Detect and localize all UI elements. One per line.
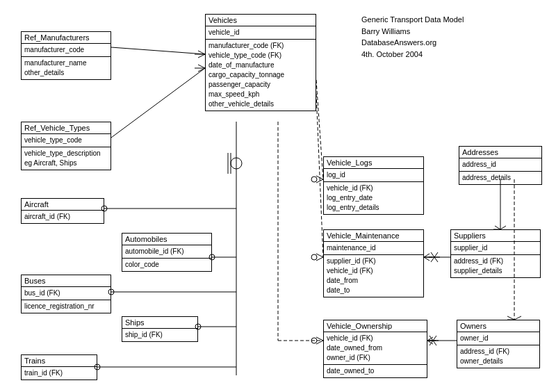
diagram-title: Generic Transport Data Model bbox=[361, 14, 464, 26]
field-owner-details: owner_details bbox=[460, 357, 537, 366]
field-bus-id: bus_id (FK) bbox=[24, 288, 108, 298]
field-manufacturer-code: manufacturer_code bbox=[24, 45, 108, 55]
field-log-vehicle-id: vehicle_id (FK) bbox=[327, 183, 420, 193]
entity-ref-manufacturers: Ref_Manufacturers manufacturer_code manu… bbox=[21, 31, 111, 80]
entity-title-vehicle-maintenance: Vehicle_Maintenance bbox=[324, 230, 423, 242]
svg-line-52 bbox=[431, 252, 438, 262]
entity-title-vehicles: Vehicles bbox=[206, 15, 316, 26]
field-passenger-capacity: passenger_capacity bbox=[208, 80, 313, 90]
field-ownership-date-owned-to: date_owned_to bbox=[327, 366, 424, 376]
entity-suppliers: Suppliers supplier_id address_id (FK) su… bbox=[450, 229, 541, 278]
field-other-details-mfr: other_details bbox=[24, 68, 108, 78]
entity-addresses: Addresses address_id address_details bbox=[459, 146, 542, 185]
svg-line-32 bbox=[316, 337, 323, 341]
svg-line-5 bbox=[198, 65, 205, 68]
entity-title-ships: Ships bbox=[122, 317, 197, 329]
field-licence-reg: licence_registration_nr bbox=[24, 302, 108, 311]
svg-line-48 bbox=[427, 337, 433, 341]
svg-point-19 bbox=[231, 158, 242, 169]
svg-line-55 bbox=[430, 336, 436, 345]
field-vehicle-id: vehicle_id bbox=[208, 28, 313, 38]
field-manufacturer-name: manufacturer_name bbox=[24, 58, 108, 68]
field-aircraft-id: aircraft_id (FK) bbox=[24, 212, 101, 222]
field-color-code: color_code bbox=[125, 260, 208, 270]
entity-aircraft: Aircraft aircraft_id (FK) bbox=[21, 198, 104, 224]
field-vehicle-type-code-fk: vehicle_type_code (FK) bbox=[208, 51, 313, 60]
field-maintenance-date-from: date_from bbox=[327, 276, 420, 286]
svg-line-26 bbox=[316, 94, 323, 257]
field-eg-aircraft: eg Aircraft, Ships bbox=[24, 158, 108, 168]
entity-vehicle-logs: Vehicle_Logs log_id vehicle_id (FK) log_… bbox=[323, 156, 424, 215]
svg-line-1 bbox=[198, 51, 205, 54]
field-log-id: log_id bbox=[327, 170, 420, 180]
entity-vehicle-maintenance: Vehicle_Maintenance maintenance_id suppl… bbox=[323, 229, 424, 297]
svg-line-4 bbox=[111, 68, 205, 138]
field-ship-id: ship_id (FK) bbox=[125, 330, 195, 340]
field-vehicle-type-desc: vehicle_type_description bbox=[24, 149, 108, 158]
svg-line-33 bbox=[316, 341, 323, 344]
entity-title-suppliers: Suppliers bbox=[451, 230, 540, 242]
diagram-author: Barry Williams bbox=[361, 26, 464, 38]
entity-title-vehicle-logs: Vehicle_Logs bbox=[324, 157, 423, 169]
entity-ships: Ships ship_id (FK) bbox=[122, 316, 198, 342]
entity-title-buses: Buses bbox=[22, 275, 111, 287]
field-supplier-address-id: address_id (FK) bbox=[454, 256, 537, 266]
svg-line-6 bbox=[198, 68, 205, 72]
entity-title-ref-vehicle-types: Ref_Vehicle_Types bbox=[22, 122, 111, 134]
field-maintenance-id: maintenance_id bbox=[327, 243, 420, 253]
svg-line-51 bbox=[431, 252, 438, 262]
svg-line-24 bbox=[316, 179, 323, 183]
entity-title-vehicle-ownership: Vehicle_Ownership bbox=[324, 320, 427, 332]
svg-line-22 bbox=[316, 80, 323, 179]
entity-automobiles: Automobiles automobile_id (FK) color_cod… bbox=[122, 233, 212, 272]
svg-line-49 bbox=[427, 341, 433, 344]
diagram-date: 4th. October 2004 bbox=[361, 49, 464, 60]
field-vehicle-type-code: vehicle_type_code bbox=[24, 136, 108, 145]
field-maintenance-vehicle-id: vehicle_id (FK) bbox=[327, 266, 420, 276]
field-ownership-date-owned-from: date_owned_from bbox=[327, 343, 424, 353]
svg-point-25 bbox=[311, 177, 317, 182]
entity-trains: Trains train_id (FK) bbox=[21, 354, 97, 380]
diagram-website: DatabaseAnswers.org bbox=[361, 37, 464, 49]
field-maintenance-date-to: date_to bbox=[327, 286, 420, 295]
info-block: Generic Transport Data Model Barry Willi… bbox=[361, 14, 464, 60]
svg-line-27 bbox=[316, 254, 323, 257]
entity-vehicle-ownership: Vehicle_Ownership vehicle_id (FK) date_o… bbox=[323, 320, 427, 378]
svg-line-45 bbox=[424, 257, 430, 261]
field-ownership-owner-id: owner_id (FK) bbox=[327, 353, 424, 363]
svg-line-2 bbox=[198, 54, 205, 58]
field-max-speed: max_speed_kph bbox=[208, 90, 313, 99]
svg-line-28 bbox=[316, 257, 323, 261]
erd-diagram: Generic Transport Data Model Barry Willi… bbox=[0, 0, 556, 392]
entity-title-ref-manufacturers: Ref_Manufacturers bbox=[22, 32, 111, 44]
field-other-vehicle-details: other_vehicle_details bbox=[208, 99, 313, 109]
entity-owners: Owners owner_id address_id (FK) owner_de… bbox=[457, 320, 540, 368]
field-log-entry-date: log_entry_date bbox=[327, 193, 420, 203]
svg-point-29 bbox=[311, 254, 317, 260]
field-log-entry-details: log_entry_details bbox=[327, 203, 420, 213]
field-supplier-id: supplier_id bbox=[454, 243, 537, 253]
field-cargo-capacity: cargo_capacity_tonnage bbox=[208, 70, 313, 80]
field-address-details: address_details bbox=[462, 173, 539, 183]
field-train-id: train_id (FK) bbox=[24, 368, 94, 378]
field-supplier-details: supplier_details bbox=[454, 266, 537, 276]
entity-title-trains: Trains bbox=[22, 355, 97, 367]
entity-title-automobiles: Automobiles bbox=[122, 234, 211, 245]
field-date-manufacture: date_of_manufacture bbox=[208, 60, 313, 70]
field-owner-address-id: address_id (FK) bbox=[460, 347, 537, 357]
field-manufacturer-code-fk: manufacturer_code (FK) bbox=[208, 41, 313, 51]
entity-ref-vehicle-types: Ref_Vehicle_Types vehicle_type_code vehi… bbox=[21, 122, 111, 170]
entity-title-owners: Owners bbox=[457, 320, 539, 332]
field-ownership-vehicle-id: vehicle_id (FK) bbox=[327, 334, 424, 343]
entity-vehicles: Vehicles vehicle_id manufacturer_code (F… bbox=[205, 14, 316, 111]
entity-title-aircraft: Aircraft bbox=[22, 199, 104, 211]
svg-point-34 bbox=[311, 338, 317, 343]
field-address-id: address_id bbox=[462, 160, 539, 170]
svg-line-44 bbox=[424, 254, 430, 257]
entity-buses: Buses bus_id (FK) licence_registration_n… bbox=[21, 275, 111, 313]
field-owner-id: owner_id bbox=[460, 334, 537, 343]
svg-line-0 bbox=[111, 47, 205, 54]
field-automobile-id: automobile_id (FK) bbox=[125, 247, 208, 256]
field-maintenance-supplier-id: supplier_id (FK) bbox=[327, 256, 420, 266]
svg-line-23 bbox=[316, 176, 323, 179]
